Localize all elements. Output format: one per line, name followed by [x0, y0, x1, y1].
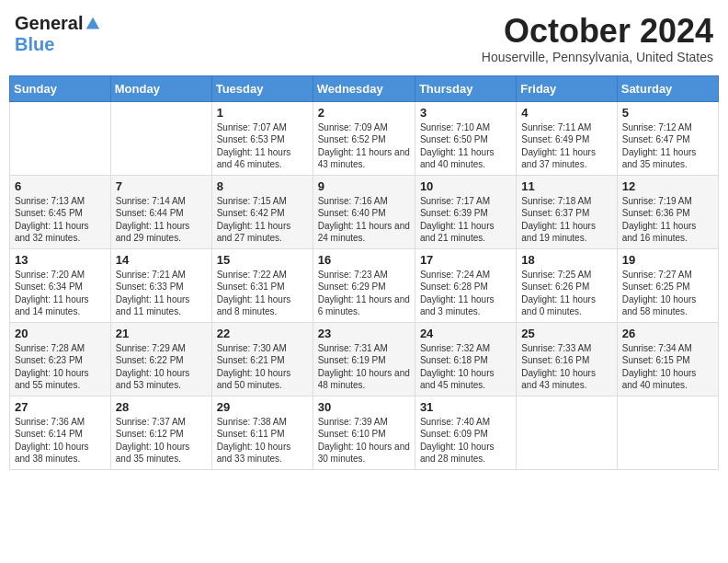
day-content: Sunrise: 7:24 AM Sunset: 6:28 PM Dayligh… — [420, 269, 511, 318]
day-content: Sunrise: 7:09 AM Sunset: 6:52 PM Dayligh… — [318, 121, 410, 171]
day-content: Sunrise: 7:10 AM Sunset: 6:50 PM Dayligh… — [420, 121, 511, 171]
calendar-header-row: SundayMondayTuesdayWednesdayThursdayFrid… — [10, 75, 719, 101]
day-content: Sunrise: 7:18 AM Sunset: 6:37 PM Dayligh… — [521, 195, 611, 245]
day-content: Sunrise: 7:30 AM Sunset: 6:21 PM Dayligh… — [217, 342, 308, 392]
logo-blue-text: Blue — [15, 34, 54, 54]
day-content: Sunrise: 7:14 AM Sunset: 6:44 PM Dayligh… — [116, 195, 207, 245]
day-number: 4 — [521, 106, 611, 120]
calendar-header-wednesday: Wednesday — [313, 75, 415, 101]
day-number: 13 — [15, 253, 106, 267]
day-content: Sunrise: 7:16 AM Sunset: 6:40 PM Dayligh… — [318, 195, 410, 245]
day-content: Sunrise: 7:17 AM Sunset: 6:39 PM Dayligh… — [420, 195, 511, 245]
calendar-cell: 12Sunrise: 7:19 AM Sunset: 6:36 PM Dayli… — [617, 175, 718, 248]
calendar-cell: 6Sunrise: 7:13 AM Sunset: 6:45 PM Daylig… — [10, 175, 111, 248]
day-number: 5 — [622, 106, 713, 120]
calendar-cell: 24Sunrise: 7:32 AM Sunset: 6:18 PM Dayli… — [415, 322, 516, 396]
day-number: 1 — [217, 106, 308, 120]
calendar-header-thursday: Thursday — [415, 75, 516, 101]
day-number: 19 — [622, 253, 713, 267]
day-number: 14 — [116, 253, 207, 267]
calendar-cell: 21Sunrise: 7:29 AM Sunset: 6:22 PM Dayli… — [110, 322, 211, 396]
calendar-cell: 16Sunrise: 7:23 AM Sunset: 6:29 PM Dayli… — [313, 248, 415, 322]
day-content: Sunrise: 7:37 AM Sunset: 6:12 PM Dayligh… — [116, 416, 207, 465]
calendar-cell: 14Sunrise: 7:21 AM Sunset: 6:33 PM Dayli… — [110, 248, 211, 322]
calendar-cell: 10Sunrise: 7:17 AM Sunset: 6:39 PM Dayli… — [415, 175, 516, 248]
calendar-cell: 25Sunrise: 7:33 AM Sunset: 6:16 PM Dayli… — [517, 322, 617, 396]
calendar-header-saturday: Saturday — [617, 75, 718, 101]
calendar-cell: 30Sunrise: 7:39 AM Sunset: 6:10 PM Dayli… — [313, 396, 415, 469]
day-content: Sunrise: 7:11 AM Sunset: 6:49 PM Dayligh… — [521, 121, 611, 171]
calendar-cell: 22Sunrise: 7:30 AM Sunset: 6:21 PM Dayli… — [211, 322, 313, 396]
calendar-cell: 13Sunrise: 7:20 AM Sunset: 6:34 PM Dayli… — [10, 248, 111, 322]
day-number: 25 — [521, 327, 611, 340]
calendar-week-row: 6Sunrise: 7:13 AM Sunset: 6:45 PM Daylig… — [10, 175, 719, 248]
calendar-cell: 28Sunrise: 7:37 AM Sunset: 6:12 PM Dayli… — [110, 396, 211, 469]
day-number: 17 — [420, 253, 511, 267]
day-number: 15 — [217, 253, 308, 267]
calendar-cell — [110, 101, 211, 175]
day-number: 20 — [15, 327, 106, 340]
calendar-cell: 1Sunrise: 7:07 AM Sunset: 6:53 PM Daylig… — [211, 101, 313, 175]
calendar-cell: 19Sunrise: 7:27 AM Sunset: 6:25 PM Dayli… — [617, 248, 718, 322]
day-content: Sunrise: 7:36 AM Sunset: 6:14 PM Dayligh… — [15, 416, 106, 465]
svg-marker-0 — [86, 17, 99, 29]
day-number: 18 — [521, 253, 611, 267]
calendar-cell: 29Sunrise: 7:38 AM Sunset: 6:11 PM Dayli… — [211, 396, 313, 469]
day-content: Sunrise: 7:33 AM Sunset: 6:16 PM Dayligh… — [521, 342, 611, 392]
day-number: 28 — [116, 400, 207, 414]
calendar-cell: 11Sunrise: 7:18 AM Sunset: 6:37 PM Dayli… — [517, 175, 617, 248]
day-content: Sunrise: 7:38 AM Sunset: 6:11 PM Dayligh… — [217, 416, 308, 465]
day-content: Sunrise: 7:21 AM Sunset: 6:33 PM Dayligh… — [116, 269, 207, 318]
calendar-cell: 15Sunrise: 7:22 AM Sunset: 6:31 PM Dayli… — [211, 248, 313, 322]
day-content: Sunrise: 7:15 AM Sunset: 6:42 PM Dayligh… — [217, 195, 308, 245]
logo-general-text: General — [15, 13, 83, 34]
day-number: 31 — [420, 400, 511, 414]
day-content: Sunrise: 7:28 AM Sunset: 6:23 PM Dayligh… — [15, 342, 106, 392]
day-content: Sunrise: 7:12 AM Sunset: 6:47 PM Dayligh… — [622, 121, 713, 171]
month-title: October 2024 — [482, 13, 713, 50]
calendar-cell: 5Sunrise: 7:12 AM Sunset: 6:47 PM Daylig… — [617, 101, 718, 175]
logo: General Blue — [15, 13, 101, 55]
day-number: 8 — [217, 179, 308, 193]
calendar-cell: 26Sunrise: 7:34 AM Sunset: 6:15 PM Dayli… — [617, 322, 718, 396]
day-number: 24 — [420, 327, 511, 340]
calendar-week-row: 20Sunrise: 7:28 AM Sunset: 6:23 PM Dayli… — [10, 322, 719, 396]
day-content: Sunrise: 7:39 AM Sunset: 6:10 PM Dayligh… — [318, 416, 410, 465]
day-content: Sunrise: 7:07 AM Sunset: 6:53 PM Dayligh… — [217, 121, 308, 171]
calendar-cell: 9Sunrise: 7:16 AM Sunset: 6:40 PM Daylig… — [313, 175, 415, 248]
calendar-cell: 27Sunrise: 7:36 AM Sunset: 6:14 PM Dayli… — [10, 396, 111, 469]
day-number: 10 — [420, 179, 511, 193]
day-number: 11 — [521, 179, 611, 193]
day-content: Sunrise: 7:31 AM Sunset: 6:19 PM Dayligh… — [318, 342, 410, 392]
calendar-cell: 20Sunrise: 7:28 AM Sunset: 6:23 PM Dayli… — [10, 322, 111, 396]
calendar-cell: 17Sunrise: 7:24 AM Sunset: 6:28 PM Dayli… — [415, 248, 516, 322]
calendar-header-friday: Friday — [517, 75, 617, 101]
page-header: General Blue October 2024 Houserville, P… — [9, 9, 719, 68]
calendar-cell: 4Sunrise: 7:11 AM Sunset: 6:49 PM Daylig… — [517, 101, 617, 175]
day-content: Sunrise: 7:23 AM Sunset: 6:29 PM Dayligh… — [318, 269, 410, 318]
day-content: Sunrise: 7:34 AM Sunset: 6:15 PM Dayligh… — [622, 342, 713, 392]
calendar-header-monday: Monday — [110, 75, 211, 101]
day-number: 12 — [622, 179, 713, 193]
day-content: Sunrise: 7:20 AM Sunset: 6:34 PM Dayligh… — [15, 269, 106, 318]
calendar-cell — [617, 396, 718, 469]
day-number: 21 — [116, 327, 207, 340]
day-number: 26 — [622, 327, 713, 340]
calendar-cell — [517, 396, 617, 469]
day-number: 22 — [217, 327, 308, 340]
day-content: Sunrise: 7:27 AM Sunset: 6:25 PM Dayligh… — [622, 269, 713, 318]
day-number: 29 — [217, 400, 308, 414]
calendar-cell: 2Sunrise: 7:09 AM Sunset: 6:52 PM Daylig… — [313, 101, 415, 175]
calendar-header-tuesday: Tuesday — [211, 75, 313, 101]
calendar-week-row: 1Sunrise: 7:07 AM Sunset: 6:53 PM Daylig… — [10, 101, 719, 175]
day-content: Sunrise: 7:25 AM Sunset: 6:26 PM Dayligh… — [521, 269, 611, 318]
day-content: Sunrise: 7:32 AM Sunset: 6:18 PM Dayligh… — [420, 342, 511, 392]
calendar-cell: 7Sunrise: 7:14 AM Sunset: 6:44 PM Daylig… — [110, 175, 211, 248]
day-content: Sunrise: 7:22 AM Sunset: 6:31 PM Dayligh… — [217, 269, 308, 318]
calendar-cell: 23Sunrise: 7:31 AM Sunset: 6:19 PM Dayli… — [313, 322, 415, 396]
calendar-week-row: 13Sunrise: 7:20 AM Sunset: 6:34 PM Dayli… — [10, 248, 719, 322]
day-number: 27 — [15, 400, 106, 414]
day-number: 3 — [420, 106, 511, 120]
calendar-cell — [10, 101, 111, 175]
day-number: 23 — [318, 327, 410, 340]
